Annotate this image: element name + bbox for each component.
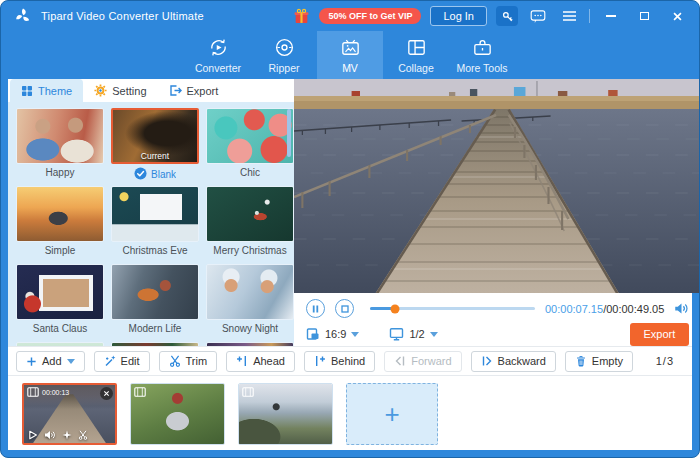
tab-export-label: Export	[187, 85, 219, 97]
theme-thumbnail-selected: Current	[111, 108, 199, 164]
page-indicator: 1/3	[656, 355, 684, 367]
theme-card-partial[interactable]	[206, 342, 294, 346]
theme-thumbnail	[16, 186, 104, 242]
add-button[interactable]: Add	[16, 351, 85, 372]
menu-button[interactable]	[558, 6, 580, 26]
caret-down-icon	[67, 359, 75, 364]
theme-grid-icon	[21, 85, 33, 97]
tab-ripper[interactable]: Ripper	[251, 31, 317, 79]
theme-thumbnail	[111, 186, 199, 242]
gear-icon	[94, 84, 107, 97]
theme-card-simple[interactable]: Simple	[16, 186, 104, 264]
playback-controls: 00:00:07.15/00:00:49.05	[294, 293, 699, 320]
clip-tools	[28, 430, 88, 440]
hamburger-menu-icon	[562, 10, 577, 22]
stop-icon	[341, 305, 349, 313]
tab-theme[interactable]: Theme	[10, 79, 83, 102]
close-icon	[672, 11, 683, 22]
remove-clip-button[interactable]	[100, 387, 113, 400]
timeline-clip-1[interactable]: 00:00:13	[22, 383, 117, 445]
tab-more-tools[interactable]: More Tools	[449, 31, 515, 79]
trim-button[interactable]: Trim	[159, 351, 218, 372]
edit-button[interactable]: Edit	[94, 351, 150, 372]
ahead-button[interactable]: Ahead	[226, 351, 295, 372]
scrollbar-thumb[interactable]	[287, 109, 291, 157]
pause-icon	[312, 305, 319, 313]
tab-ripper-label: Ripper	[269, 62, 300, 74]
close-button[interactable]	[665, 7, 689, 25]
progress-knob[interactable]	[390, 304, 399, 313]
tab-converter-label: Converter	[195, 62, 241, 74]
theme-label: Merry Christmas	[206, 245, 294, 256]
theme-label: Modern Life	[111, 323, 199, 334]
feedback-icon	[530, 9, 546, 24]
volume-icon[interactable]	[674, 302, 689, 315]
tab-mv-label: MV	[342, 62, 358, 74]
tab-collage[interactable]: Collage	[383, 31, 449, 79]
trim-button-label: Trim	[186, 355, 208, 367]
play-clip-icon[interactable]	[28, 430, 38, 440]
time-display: 00:00:07.15/00:00:49.05	[545, 303, 664, 315]
tab-setting[interactable]: Setting	[83, 79, 157, 102]
theme-card-santa-claus[interactable]: Santa Claus	[16, 264, 104, 342]
feedback-button[interactable]	[527, 6, 549, 26]
empty-button[interactable]: Empty	[565, 351, 633, 372]
clip-volume-icon[interactable]	[44, 430, 56, 440]
theme-card-modern-life[interactable]: Modern Life	[111, 264, 199, 342]
theme-card-partial[interactable]	[16, 342, 104, 346]
export-button[interactable]: Export	[630, 323, 690, 346]
theme-label: Snowy Night	[206, 323, 294, 334]
stop-button[interactable]	[335, 299, 354, 318]
login-button[interactable]: Log In	[430, 6, 487, 26]
tab-export[interactable]: Export	[158, 79, 230, 102]
timeline-clip-3[interactable]	[238, 383, 333, 445]
mv-icon	[339, 36, 362, 59]
theme-label: Christmas Eve	[111, 245, 199, 256]
theme-grid: Happy Current Blank	[8, 102, 294, 346]
aspect-ratio-select[interactable]: 16:9	[306, 327, 359, 341]
clip-effect-icon[interactable]	[62, 430, 72, 440]
theme-scrollbar[interactable]	[287, 109, 291, 315]
insert-ahead-icon	[236, 355, 248, 367]
preview-stage: 00:00:07.15/00:00:49.05 16:9	[294, 79, 699, 346]
total-time: 00:00:49.05	[606, 303, 664, 315]
backward-button[interactable]: Backward	[471, 351, 556, 372]
tab-converter[interactable]: Converter	[185, 31, 251, 79]
theme-card-happy[interactable]: Happy	[16, 108, 104, 186]
forward-button[interactable]: Forward	[384, 351, 461, 372]
converter-icon	[207, 36, 230, 59]
theme-card-christmas-eve[interactable]: Christmas Eve	[111, 186, 199, 264]
timeline-clip-2[interactable]	[130, 383, 225, 445]
register-key-button[interactable]	[496, 6, 518, 26]
panel-tab-bar: Theme Setting	[8, 79, 294, 102]
aspect-ratio-value: 16:9	[325, 328, 346, 340]
screen-select[interactable]: 1/2	[389, 327, 437, 341]
add-clip-tile[interactable]: +	[346, 383, 438, 445]
ahead-button-label: Ahead	[253, 355, 285, 367]
gift-icon[interactable]	[293, 8, 310, 25]
theme-card-blank-current[interactable]: Current Blank	[111, 108, 199, 186]
clip-trim-icon[interactable]	[78, 430, 88, 440]
behind-button[interactable]: Behind	[304, 351, 375, 372]
pause-button[interactable]	[306, 299, 325, 318]
theme-card-partial[interactable]	[111, 342, 199, 346]
theme-card-merry-christmas[interactable]: Merry Christmas	[206, 186, 294, 264]
film-icon	[27, 387, 39, 397]
trash-icon	[575, 355, 587, 367]
theme-thumbnail	[206, 108, 294, 164]
backward-button-label: Backward	[498, 355, 546, 367]
theme-label: Chic	[206, 167, 294, 178]
theme-card-chic[interactable]: Chic	[206, 108, 294, 186]
current-caption: Current	[113, 151, 197, 161]
theme-card-snowy-night[interactable]: Snowy Night	[206, 264, 294, 342]
maximize-button[interactable]	[632, 7, 656, 25]
theme-panel: Theme Setting	[8, 79, 294, 346]
minimize-button[interactable]	[599, 7, 623, 25]
progress-slider[interactable]	[370, 307, 535, 310]
title-bar: Tipard Video Converter Ultimate 50% OFF …	[1, 1, 699, 31]
tab-more-tools-label: More Tools	[456, 62, 507, 74]
theme-label: Happy	[16, 167, 104, 178]
behind-button-label: Behind	[331, 355, 365, 367]
promo-badge[interactable]: 50% OFF to Get VIP	[319, 8, 421, 24]
tab-mv[interactable]: MV	[317, 31, 383, 79]
